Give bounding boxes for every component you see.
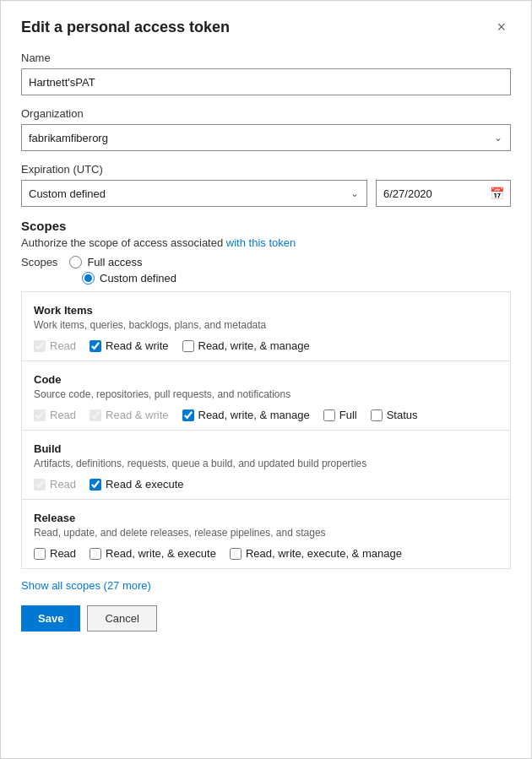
work-items-read-label: Read [50,339,76,352]
work-items-read-write-label: Read & write [106,339,168,352]
edit-pat-dialog: Edit a personal access token × Name Orga… [0,0,532,759]
release-read-write-execute-manage[interactable]: Read, write, execute, & manage [230,547,402,560]
work-items-read-write-manage-checkbox[interactable] [182,340,194,352]
expiry-label: Expiration (UTC) [21,163,511,176]
build-read: Read [34,478,76,491]
code-read-label: Read [50,409,76,421]
scope-label: Scopes Full access [21,256,511,268]
name-field-group: Name [21,52,511,95]
cancel-button[interactable]: Cancel [87,605,156,632]
show-all-scopes-link[interactable]: Show all scopes (27 more) [21,579,511,592]
code-section: Code Source code, repositories, pull req… [22,361,510,431]
release-read[interactable]: Read [34,547,76,560]
work-items-title: Work Items [34,304,498,317]
work-items-read-write-checkbox[interactable] [90,340,101,352]
custom-scope-item: Custom defined [21,272,511,285]
footer-buttons: Save Cancel [21,605,511,632]
custom-defined-radio[interactable] [82,272,95,285]
work-items-read: Read [34,339,76,352]
release-read-write-execute-label: Read, write, & execute [106,547,216,560]
code-full-label: Full [339,409,357,421]
name-input[interactable] [21,68,511,95]
code-read-write-manage-checkbox[interactable] [182,409,194,421]
expiry-select-wrapper: Custom defined30 days60 days90 days180 d… [21,180,367,207]
name-label: Name [21,52,511,64]
release-section: Release Read, update, and delete release… [22,500,510,568]
build-read-execute-label: Read & execute [106,478,184,491]
work-items-read-write-manage-label: Read, write, & manage [198,339,310,352]
release-desc: Read, update, and delete releases, relea… [34,527,498,539]
scopes-authorize-link[interactable]: with this token [226,236,296,249]
code-read-write-manage-label: Read, write, & manage [198,409,310,421]
release-read-write-execute-manage-checkbox[interactable] [230,548,242,560]
release-read-checkbox[interactable] [34,548,46,560]
build-read-checkbox [34,479,46,491]
org-field-group: Organization fabrikamfiberorg ⌄ [21,107,511,151]
build-options: Read Read & execute [34,478,498,491]
save-button[interactable]: Save [21,605,80,632]
work-items-read-write-manage[interactable]: Read, write, & manage [182,339,310,352]
dialog-title: Edit a personal access token [21,19,230,36]
expiry-field-group: Expiration (UTC) Custom defined30 days60… [21,163,511,207]
code-read-write-label: Read & write [106,409,168,421]
code-full[interactable]: Full [323,409,357,421]
custom-defined-label: Custom defined [100,272,176,285]
work-items-desc: Work items, queries, backlogs, plans, an… [34,319,498,331]
code-full-checkbox[interactable] [323,409,335,421]
date-input[interactable] [376,180,511,207]
scopes-content: Work Items Work items, queries, backlogs… [21,291,511,569]
org-label: Organization [21,107,511,120]
scopes-label: Scopes [21,256,57,268]
code-status-checkbox[interactable] [371,409,383,421]
release-title: Release [34,512,498,524]
release-read-write-execute[interactable]: Read, write, & execute [90,547,216,560]
full-access-radio[interactable] [69,256,82,268]
expiry-select[interactable]: Custom defined30 days60 days90 days180 d… [21,180,367,207]
code-desc: Source code, repositories, pull requests… [34,388,498,400]
release-options: Read Read, write, & execute Read, write,… [34,547,498,560]
code-read: Read [34,409,76,421]
release-read-label: Read [50,547,76,560]
build-title: Build [34,442,498,455]
scopes-desc: Authorize the scope of access associated… [21,236,511,249]
work-items-read-checkbox [34,340,46,352]
code-status-label: Status [387,409,418,421]
code-read-write-checkbox [90,409,101,421]
code-read-checkbox [34,409,46,421]
close-button[interactable]: × [491,18,511,36]
dialog-header: Edit a personal access token × [21,18,511,36]
release-read-write-execute-manage-label: Read, write, execute, & manage [246,547,402,560]
work-items-options: Read Read & write Read, write, & manage [34,339,498,352]
code-read-write: Read & write [90,409,168,421]
code-read-write-manage[interactable]: Read, write, & manage [182,409,310,421]
date-input-wrapper: 📅 [376,180,511,207]
radio-group: Scopes Full access Custom defined [21,256,511,285]
code-options: Read Read & write Read, write, & manage … [34,409,498,421]
org-select[interactable]: fabrikamfiberorg [21,124,511,151]
build-read-execute-checkbox[interactable] [90,479,101,491]
work-items-read-write[interactable]: Read & write [90,339,168,352]
scopes-section: Scopes Authorize the scope of access ass… [21,219,511,592]
build-section: Build Artifacts, definitions, requests, … [22,431,510,500]
scopes-authorize-text: Authorize the scope of access associated [21,236,226,249]
scopes-title: Scopes [21,219,511,233]
work-items-section: Work Items Work items, queries, backlogs… [22,292,510,361]
release-read-write-execute-checkbox[interactable] [90,548,101,560]
build-read-execute[interactable]: Read & execute [90,478,184,491]
org-select-wrapper: fabrikamfiberorg ⌄ [21,124,511,151]
expiry-row: Custom defined30 days60 days90 days180 d… [21,180,511,207]
code-title: Code [34,373,498,386]
full-access-label: Full access [87,256,142,268]
build-read-label: Read [50,478,76,491]
code-status[interactable]: Status [371,409,418,421]
build-desc: Artifacts, definitions, requests, queue … [34,458,498,469]
